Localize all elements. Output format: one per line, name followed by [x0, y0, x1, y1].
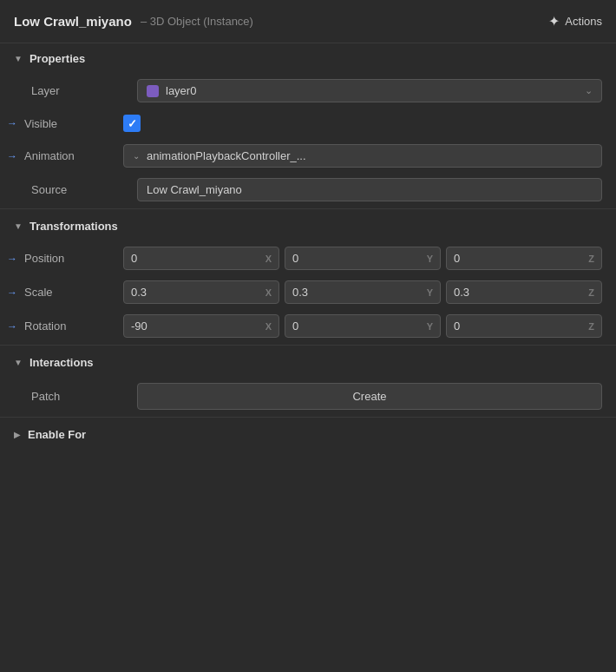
properties-section-header[interactable]: ▼ Properties [0, 43, 616, 74]
layer-select-inner: layer0 [147, 84, 196, 97]
animation-row: → Animation ⌄ animationPlaybackControlle… [0, 139, 616, 173]
scale-x-value: 0.3 [131, 286, 262, 299]
animation-value: ⌄ animationPlaybackController_... [123, 144, 602, 168]
object-title: Low Crawl_miyano [14, 14, 132, 29]
divider-2 [0, 345, 616, 346]
visible-checkbox[interactable]: ✓ [123, 115, 141, 132]
scale-value: 0.3 X 0.3 Y 0.3 Z [123, 280, 602, 304]
properties-section: ▼ Properties Layer layer0 ⌄ → Visible ✓ … [0, 43, 616, 207]
visible-arrow-icon: → [7, 117, 17, 129]
scale-y-label: Y [427, 287, 433, 298]
rotation-x-field[interactable]: -90 X [123, 314, 279, 338]
scale-z-value: 0.3 [454, 286, 585, 299]
animation-dropdown[interactable]: ⌄ animationPlaybackController_... [123, 144, 602, 168]
layer-color-swatch [147, 85, 159, 97]
layer-row: Layer layer0 ⌄ [0, 74, 616, 108]
layer-label: Layer [31, 84, 127, 97]
scale-x-field[interactable]: 0.3 X [123, 280, 279, 304]
interactions-section-title: Interactions [29, 356, 94, 369]
position-y-field[interactable]: 0 Y [285, 247, 441, 270]
position-row: → Position 0 X 0 Y 0 Z [0, 241, 616, 275]
divider-3 [0, 417, 616, 418]
enable-for-section: ▶ Enable For [0, 419, 616, 450]
actions-button[interactable]: ✦ Actions [548, 13, 602, 30]
scale-y-field[interactable]: 0.3 Y [285, 280, 441, 304]
object-type: – 3D Object (Instance) [141, 15, 253, 28]
panel-header: Low Crawl_miyano – 3D Object (Instance) … [0, 0, 616, 43]
rotation-z-field[interactable]: 0 Z [446, 314, 602, 338]
transformations-section-title: Transformations [29, 220, 118, 233]
scale-row: → Scale 0.3 X 0.3 Y 0.3 Z [0, 275, 616, 309]
header-left: Low Crawl_miyano – 3D Object (Instance) [14, 14, 253, 29]
animation-label: Animation [24, 149, 120, 162]
rotation-z-label: Z [588, 321, 594, 332]
visible-row: → Visible ✓ [0, 108, 616, 139]
source-label: Source [31, 183, 127, 196]
position-z-label: Z [588, 254, 594, 264]
patch-label: Patch [31, 390, 127, 403]
transformations-chevron-icon: ▼ [14, 221, 23, 231]
interactions-chevron-icon: ▼ [14, 358, 23, 367]
rotation-row: → Rotation -90 X 0 Y 0 Z [0, 309, 616, 343]
scale-y-value: 0.3 [292, 286, 423, 299]
position-x-field[interactable]: 0 X [123, 247, 279, 270]
source-value [137, 178, 602, 201]
position-value: 0 X 0 Y 0 Z [123, 247, 602, 270]
actions-label: Actions [565, 15, 602, 28]
visible-value: ✓ [123, 115, 602, 132]
scale-arrow-icon: → [7, 287, 17, 299]
transformations-section: ▼ Transformations → Position 0 X 0 Y 0 Z [0, 211, 616, 343]
rotation-xyz-group: -90 X 0 Y 0 Z [123, 314, 602, 338]
animation-dropdown-chevron-icon: ⌄ [133, 151, 140, 161]
layer-dropdown[interactable]: layer0 ⌄ [137, 79, 602, 102]
rotation-y-label: Y [427, 321, 433, 332]
checkbox-check-icon: ✓ [128, 118, 137, 129]
rotation-value: -90 X 0 Y 0 Z [123, 314, 602, 338]
patch-row: Patch Create [0, 378, 616, 415]
position-x-value: 0 [131, 252, 262, 265]
position-xyz-group: 0 X 0 Y 0 Z [123, 247, 602, 270]
scale-x-label: X [265, 287, 272, 298]
animation-text: animationPlaybackController_... [147, 149, 593, 162]
rotation-arrow-icon: → [7, 320, 17, 333]
position-arrow-icon: → [7, 253, 17, 265]
position-label: Position [24, 252, 120, 265]
enable-for-section-title: Enable For [28, 428, 86, 441]
actions-icon: ✦ [548, 13, 560, 30]
rotation-y-value: 0 [292, 320, 423, 333]
interactions-section-header[interactable]: ▼ Interactions [0, 347, 616, 378]
create-button[interactable]: Create [137, 383, 602, 410]
rotation-x-value: -90 [131, 320, 262, 333]
transformations-section-header[interactable]: ▼ Transformations [0, 211, 616, 241]
position-x-label: X [265, 254, 272, 264]
rotation-y-field[interactable]: 0 Y [285, 314, 441, 338]
layer-select-text: layer0 [166, 84, 196, 97]
patch-value: Create [137, 383, 602, 410]
rotation-z-value: 0 [454, 320, 585, 333]
interactions-section: ▼ Interactions Patch Create [0, 347, 616, 415]
scale-xyz-group: 0.3 X 0.3 Y 0.3 Z [123, 280, 602, 304]
layer-dropdown-chevron-icon: ⌄ [585, 85, 593, 96]
visible-label: Visible [24, 117, 120, 130]
properties-chevron-icon: ▼ [14, 54, 23, 63]
position-y-value: 0 [292, 252, 423, 265]
scale-label: Scale [24, 286, 120, 299]
layer-value: layer0 ⌄ [137, 79, 602, 102]
animation-arrow-icon: → [7, 150, 17, 162]
source-row: Source [0, 173, 616, 207]
scale-z-label: Z [588, 287, 594, 298]
enable-for-section-header[interactable]: ▶ Enable For [0, 419, 616, 450]
position-z-field[interactable]: 0 Z [446, 247, 602, 270]
position-y-label: Y [427, 254, 433, 264]
source-input[interactable] [137, 178, 602, 201]
rotation-label: Rotation [24, 320, 120, 333]
divider-1 [0, 208, 616, 209]
enable-for-chevron-icon: ▶ [14, 430, 21, 439]
properties-section-title: Properties [29, 52, 85, 65]
scale-z-field[interactable]: 0.3 Z [446, 280, 602, 304]
rotation-x-label: X [265, 321, 272, 332]
position-z-value: 0 [454, 252, 585, 265]
